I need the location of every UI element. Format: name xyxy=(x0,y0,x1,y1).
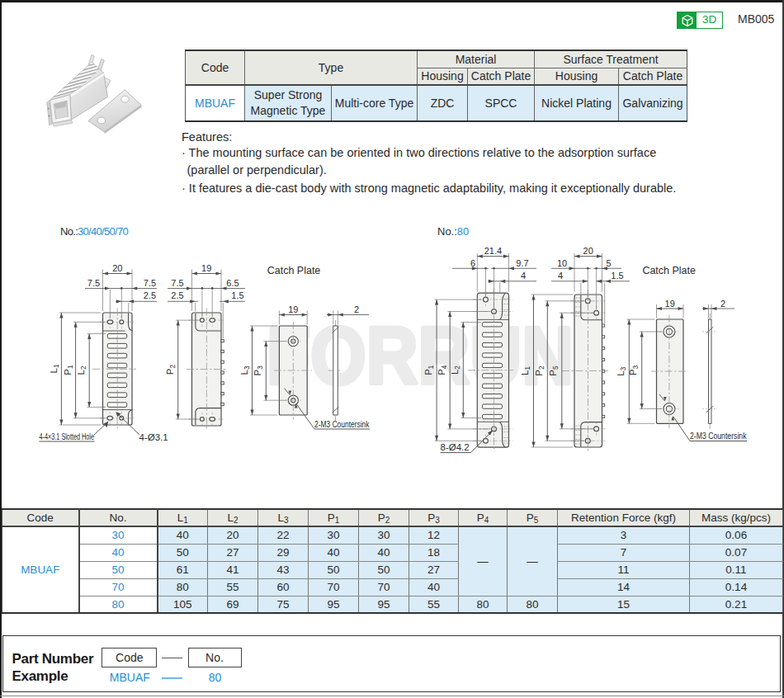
svg-text:5: 5 xyxy=(606,258,611,268)
svg-text:L2: L2 xyxy=(76,366,87,375)
svg-text:Catch Plate: Catch Plate xyxy=(642,265,696,276)
svg-text:FORRUN: FORRUN xyxy=(267,309,574,401)
svg-text:L3: L3 xyxy=(239,366,251,375)
svg-text:20: 20 xyxy=(583,246,593,256)
svg-text:1.5: 1.5 xyxy=(611,271,623,281)
svg-text:19: 19 xyxy=(288,304,298,314)
svg-text:7.5: 7.5 xyxy=(144,278,156,288)
svg-text:P1: P1 xyxy=(63,365,74,375)
svg-text:2-M3 Countersink: 2-M3 Countersink xyxy=(314,420,370,429)
svg-text:20: 20 xyxy=(112,263,122,273)
svg-text:P3: P3 xyxy=(628,365,640,375)
svg-text:21.4: 21.4 xyxy=(484,246,502,256)
svg-text:L3: L3 xyxy=(616,366,627,375)
svg-text:2-M3 Countersink: 2-M3 Countersink xyxy=(690,432,747,441)
svg-text:1.5: 1.5 xyxy=(231,290,243,300)
svg-text:19: 19 xyxy=(201,263,211,273)
svg-text:7.5: 7.5 xyxy=(87,278,100,288)
svg-text:2.5: 2.5 xyxy=(171,290,183,300)
svg-text:4: 4 xyxy=(558,271,563,281)
svg-text:10: 10 xyxy=(557,258,567,268)
svg-text:2.5: 2.5 xyxy=(144,290,156,300)
svg-text:7.5: 7.5 xyxy=(171,278,183,288)
svg-text:4-4×3.1 Slotted Hole: 4-4×3.1 Slotted Hole xyxy=(40,432,95,441)
svg-text:4-Ø3.1: 4-Ø3.1 xyxy=(139,432,168,442)
svg-text:6: 6 xyxy=(470,258,475,268)
svg-text:Catch Plate: Catch Plate xyxy=(267,265,321,276)
svg-text:9.7: 9.7 xyxy=(516,258,528,268)
svg-text:8-Ø4.2: 8-Ø4.2 xyxy=(441,442,470,452)
svg-text:19: 19 xyxy=(665,299,675,309)
svg-text:2: 2 xyxy=(720,299,725,309)
svg-text:2: 2 xyxy=(354,304,359,314)
svg-text:6.5: 6.5 xyxy=(226,278,239,288)
svg-text:4: 4 xyxy=(521,271,526,281)
svg-text:L1: L1 xyxy=(49,364,60,373)
svg-text:P2: P2 xyxy=(165,365,177,375)
svg-text:P3: P3 xyxy=(253,366,264,376)
